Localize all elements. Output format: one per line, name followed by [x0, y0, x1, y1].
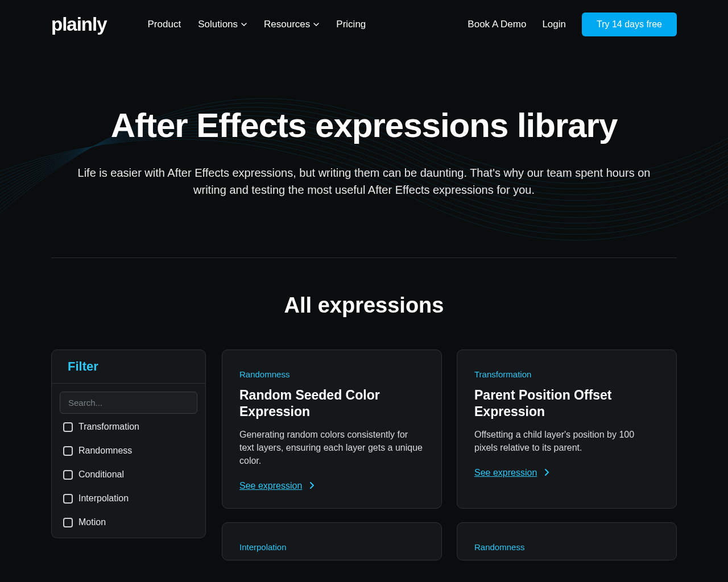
- filter-option-conditional[interactable]: Conditional: [63, 469, 194, 480]
- filter-option-label: Motion: [78, 517, 106, 527]
- card-tag: Randomness: [474, 542, 659, 552]
- nav-resources[interactable]: Resources: [264, 19, 319, 30]
- chevron-right-icon: [310, 481, 315, 491]
- filter-option-label: Randomness: [78, 446, 132, 456]
- filter-title: Filter: [68, 359, 189, 374]
- nav-label: Solutions: [198, 19, 238, 30]
- filter-option-label: Interpolation: [78, 493, 129, 504]
- checkbox-icon: [63, 494, 73, 504]
- section-title: All expressions: [51, 293, 677, 318]
- card-link-label: See expression: [239, 481, 302, 491]
- nav-label: Pricing: [336, 19, 366, 30]
- expression-card: Randomness Random Seeded Color Expressio…: [222, 350, 442, 509]
- expression-card: Interpolation: [222, 522, 442, 560]
- logo[interactable]: plainly: [51, 14, 107, 35]
- card-description: Offsetting a child layer's position by 1…: [474, 428, 659, 454]
- card-tag: Transformation: [474, 369, 659, 379]
- header: plainly Product Solutions Resources: [51, 0, 677, 49]
- card-title: Random Seeded Color Expression: [239, 387, 424, 420]
- nav-pricing[interactable]: Pricing: [336, 19, 366, 30]
- login-link[interactable]: Login: [542, 19, 566, 30]
- card-title: Parent Position Offset Expression: [474, 387, 659, 420]
- card-description: Generating random colors consistently fo…: [239, 428, 424, 468]
- nav-solutions[interactable]: Solutions: [198, 19, 247, 30]
- filter-option-motion[interactable]: Motion: [63, 517, 194, 527]
- chevron-down-icon: [313, 22, 319, 27]
- nav-label: Resources: [264, 19, 310, 30]
- filter-option-interpolation[interactable]: Interpolation: [63, 493, 194, 504]
- card-link-label: See expression: [474, 468, 537, 478]
- filter-option-randomness[interactable]: Randomness: [63, 446, 194, 456]
- filter-option-transformation[interactable]: Transformation: [63, 422, 194, 432]
- page-title: After Effects expressions library: [51, 106, 677, 145]
- card-tag: Interpolation: [239, 542, 424, 552]
- card-tag: Randomness: [239, 369, 424, 379]
- main-nav: Product Solutions Resources: [148, 19, 366, 30]
- see-expression-link[interactable]: See expression: [239, 481, 315, 491]
- expression-card: Transformation Parent Position Offset Ex…: [457, 350, 677, 509]
- hero: After Effects expressions library Life i…: [51, 49, 677, 232]
- search-input[interactable]: [60, 392, 197, 414]
- filter-option-label: Transformation: [78, 422, 139, 432]
- trial-button[interactable]: Try 14 days free: [582, 13, 677, 36]
- expression-card: Randomness: [457, 522, 677, 560]
- checkbox-icon: [63, 518, 73, 527]
- page-subtitle: Life is easier with After Effects expres…: [71, 164, 657, 198]
- chevron-right-icon: [545, 468, 549, 478]
- see-expression-link[interactable]: See expression: [474, 468, 549, 478]
- nav-label: Product: [148, 19, 181, 30]
- filter-option-label: Conditional: [78, 469, 124, 480]
- checkbox-icon: [63, 470, 73, 480]
- divider: [51, 257, 677, 258]
- nav-product[interactable]: Product: [148, 19, 181, 30]
- chevron-down-icon: [241, 22, 247, 27]
- checkbox-icon: [63, 422, 73, 432]
- book-demo-link[interactable]: Book A Demo: [468, 19, 526, 30]
- checkbox-icon: [63, 446, 73, 456]
- filter-panel: Filter Transformation Randomness Condi: [51, 350, 206, 538]
